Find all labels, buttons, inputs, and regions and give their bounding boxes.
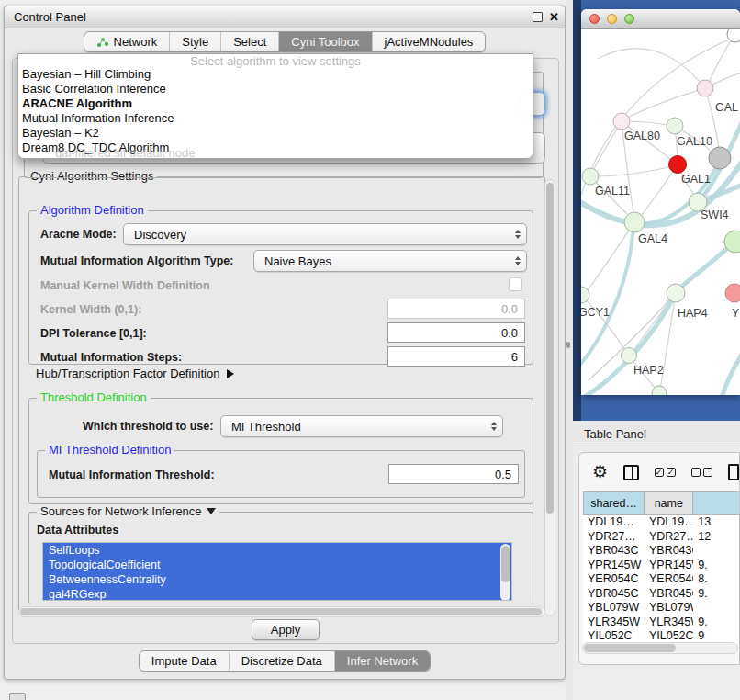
close-window-icon[interactable]	[589, 14, 600, 24]
table-cell[interactable]: 8.	[693, 572, 740, 587]
aracne-mode-combobox[interactable]: Discovery	[123, 223, 527, 245]
tab-discretize-data[interactable]: Discretize Data	[229, 651, 334, 671]
attribute-item-selfloops[interactable]: SelfLoops	[43, 543, 511, 558]
data-attributes-list[interactable]: SelfLoopsTopologicalCoefficientBetweenne…	[42, 542, 512, 601]
gear-icon[interactable]: ⚙	[592, 462, 608, 482]
network-node[interactable]	[709, 147, 731, 169]
network-edge[interactable]	[581, 295, 625, 351]
panel-title: Control Panel	[14, 6, 86, 28]
table-row: YDL19…YDL19…13	[583, 515, 740, 530]
network-node[interactable]	[613, 113, 630, 130]
attribute-item-topologicalcoefficient[interactable]: TopologicalCoefficient	[43, 558, 511, 572]
table-cell[interactable]	[693, 601, 740, 615]
network-node[interactable]	[622, 348, 637, 364]
network-node[interactable]	[725, 284, 740, 302]
network-node[interactable]	[697, 80, 713, 96]
network-graph[interactable]: GALGAL80GAL10GAL1GAL11SWI4GAL4GCY1HAP4YH…	[581, 29, 740, 395]
scrollbar-thumb[interactable]	[584, 644, 676, 652]
page-icon[interactable]	[728, 464, 739, 480]
settings-vertical-scrollbar[interactable]	[544, 179, 555, 616]
table-cell[interactable]: YPR145W	[583, 559, 645, 573]
table-cell[interactable]: YBL079W	[583, 601, 645, 615]
network-window-titlebar[interactable]	[581, 9, 740, 29]
checked-boxes-icon[interactable]: ✓✓	[655, 468, 676, 477]
network-node[interactable]	[624, 212, 645, 232]
unchecked-boxes-icon[interactable]	[691, 468, 712, 477]
apply-button[interactable]: Apply	[252, 619, 320, 640]
table-cell[interactable]: YBR045C	[645, 587, 693, 602]
table-cell[interactable]: YDR27…	[583, 530, 645, 545]
tab-cyni-toolbox[interactable]: Cyni Toolbox	[278, 32, 371, 51]
splitter-handle[interactable]	[566, 342, 570, 348]
close-icon[interactable]: ✕	[549, 9, 559, 26]
network-node[interactable]	[667, 284, 685, 302]
kernel-width-field[interactable]: 0.0	[387, 299, 525, 319]
network-node[interactable]	[669, 156, 687, 174]
collapsed-panel-fragment[interactable]	[9, 693, 26, 700]
panel-splitter[interactable]	[566, 0, 573, 700]
tab-select[interactable]: Select	[220, 32, 278, 51]
tab-jactivemnodules[interactable]: jActiveMNodules	[372, 32, 486, 51]
tab-infer-network[interactable]: Infer Network	[334, 651, 430, 671]
table-cell[interactable]: YPR145W	[645, 559, 693, 573]
hub-tf-definition-expander[interactable]: Hub/Transcription Factor Definition	[36, 367, 234, 380]
column-header-shared[interactable]: shared…	[583, 491, 645, 515]
table-row: YPR145WYPR145W9.	[583, 559, 740, 573]
network-node[interactable]	[582, 168, 599, 185]
zoom-window-icon[interactable]	[624, 14, 634, 24]
table-cell[interactable]: 12	[693, 530, 740, 545]
settings-horizontal-scrollbar[interactable]	[18, 606, 545, 617]
split-columns-icon[interactable]	[623, 465, 639, 480]
network-canvas[interactable]: GALGAL80GAL10GAL1GAL11SWI4GAL4GCY1HAP4YH…	[581, 29, 740, 395]
network-edge[interactable]	[598, 164, 678, 176]
table-cell[interactable]: YLR345W	[645, 615, 693, 630]
table-cell[interactable]: YDL19…	[645, 515, 693, 530]
table-cell[interactable]: 13	[693, 515, 740, 530]
network-node[interactable]	[727, 29, 740, 42]
table-cell[interactable]: 9.	[693, 559, 740, 573]
algorithm-option-mutual-information-inference[interactable]: Mutual Information Inference	[18, 111, 533, 126]
algorithm-option-basic-correlation-inference[interactable]: Basic Correlation Inference	[18, 82, 533, 96]
scrollbar-thumb[interactable]	[501, 546, 510, 582]
attribute-item-gal4rgexp[interactable]: gal4RGexp	[43, 587, 511, 601]
table-horizontal-scrollbar[interactable]	[582, 642, 738, 654]
tab-impute-data[interactable]: Impute Data	[140, 651, 229, 671]
table-cell[interactable]: YBL079W	[645, 601, 693, 615]
table-cell[interactable]: YER054C	[583, 572, 645, 587]
tab-network[interactable]: Network	[84, 32, 170, 51]
aracne-mode-label: Aracne Mode:	[40, 228, 117, 241]
dpi-tolerance-field[interactable]: 0.0	[387, 322, 525, 343]
algorithm-option-aracne-algorithm[interactable]: ARACNE Algorithm	[18, 96, 533, 111]
network-edge[interactable]	[585, 222, 634, 294]
network-edge[interactable]	[627, 88, 705, 118]
table-cell[interactable]: YBR045C	[583, 587, 645, 602]
table-cell[interactable]: YDR27…	[645, 530, 693, 545]
table-cell[interactable]	[693, 544, 740, 559]
tab-style[interactable]: Style	[169, 32, 220, 51]
attribute-item-betweennesscentrality[interactable]: BetweennessCentrality	[43, 572, 511, 587]
list-vertical-scrollbar[interactable]	[500, 544, 510, 601]
table-cell[interactable]: YDL19…	[583, 515, 645, 530]
mi-steps-field[interactable]: 6	[387, 346, 525, 367]
minimize-window-icon[interactable]	[607, 14, 617, 24]
table-cell[interactable]: YBR043C	[583, 544, 645, 559]
mi-threshold-field[interactable]: 0.5	[388, 464, 519, 484]
column-header-cut[interactable]	[693, 491, 740, 515]
network-edge[interactable]	[598, 49, 705, 88]
column-header-name[interactable]: name	[645, 491, 693, 515]
network-node[interactable]	[667, 118, 683, 134]
which-threshold-combobox[interactable]: MI Threshold	[220, 415, 503, 437]
table-cell[interactable]: 9.	[693, 615, 740, 630]
algorithm-option-bayesian-k2[interactable]: Bayesian – K2	[18, 126, 533, 141]
table-cell[interactable]: YER054C	[645, 572, 693, 587]
scrollbar-thumb[interactable]	[546, 183, 554, 514]
float-window-icon[interactable]	[533, 12, 543, 22]
table-cell[interactable]: YLR345W	[583, 615, 645, 630]
table-cell[interactable]: 9.	[693, 587, 740, 602]
algorithm-option-bayesian-hill-climbing[interactable]: Bayesian – Hill Climbing	[18, 67, 533, 82]
network-edge[interactable]	[716, 346, 740, 395]
manual-kernel-width-checkbox[interactable]	[509, 277, 522, 291]
mi-algorithm-type-combobox[interactable]: Naive Bayes	[253, 250, 527, 272]
scrollbar-thumb[interactable]	[20, 608, 542, 615]
table-cell[interactable]: YBR043C	[645, 544, 693, 559]
